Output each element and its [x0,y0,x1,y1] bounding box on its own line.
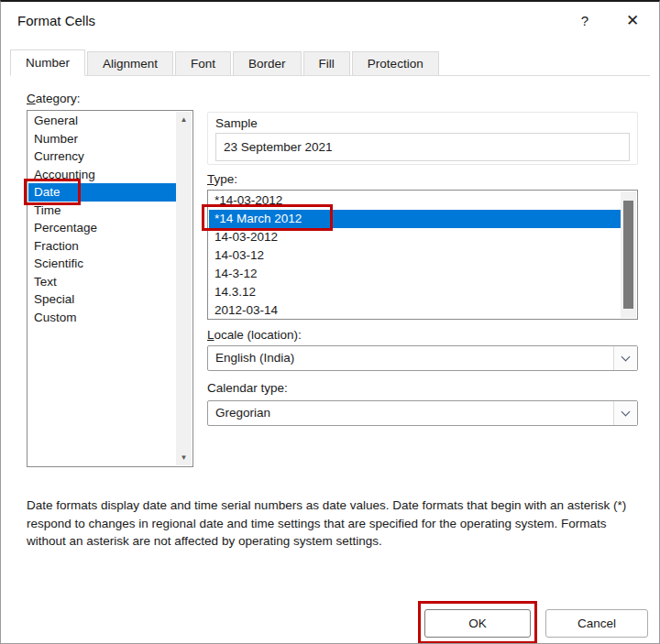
type-list-items: *14-03-2012*14 March 201214-03-201214-03… [209,191,621,318]
close-icon[interactable]: ✕ [606,2,659,38]
category-scrollbar[interactable]: ▲ ▼ [176,112,192,465]
locale-label: Locale (location): [207,328,302,342]
list-item[interactable]: *14-03-2012 [209,191,621,210]
sample-value: 23 September 2021 [215,133,630,161]
tab-strip: Number Alignment Font Border Fill Protec… [10,50,650,76]
description-text: Date formats display date and time seria… [27,497,637,551]
scroll-down-icon[interactable]: ▼ [176,450,192,465]
locale-value: English (India) [208,346,613,370]
chevron-down-icon [622,353,631,362]
list-item[interactable]: 14-03-12 [209,246,621,265]
locale-dropdown[interactable]: English (India) [207,345,638,371]
titlebar-buttons: ? ✕ [564,2,659,38]
help-icon[interactable]: ? [564,2,606,38]
list-item[interactable]: Custom [28,309,176,327]
sample-group: Sample 23 September 2021 [207,112,638,165]
tab-protection[interactable]: Protection [352,51,439,75]
list-item[interactable]: Scientific [28,255,176,273]
type-listbox[interactable]: *14-03-2012*14 March 201214-03-201214-03… [207,190,638,320]
list-item[interactable]: 14-03-2012 [209,228,621,246]
format-cells-dialog: Format Cells ? ✕ Number Alignment Font B… [0,0,660,644]
category-listbox[interactable]: GeneralNumberCurrencyAccountingDateTimeP… [27,110,193,467]
type-label: Type: [207,172,237,186]
ok-button[interactable]: OK [424,609,531,638]
list-item[interactable]: Time [28,202,176,220]
list-item[interactable]: Text [28,273,176,291]
tab-alignment[interactable]: Alignment [87,51,173,75]
title-bar: Format Cells ? ✕ [1,2,659,38]
tab-fill[interactable]: Fill [303,51,350,75]
tab-border[interactable]: Border [233,51,302,75]
list-item[interactable]: Special [28,290,176,309]
list-item[interactable]: 2012-03-14 [209,301,621,318]
calendar-type-value: Gregorian [208,401,613,425]
list-item[interactable]: General [28,112,176,130]
list-item[interactable]: 14-3-12 [209,265,621,283]
scroll-up-icon[interactable]: ▲ [176,112,192,127]
calendar-type-dropdown[interactable]: Gregorian [207,400,638,426]
dialog-title: Format Cells [17,13,95,28]
list-item[interactable]: Accounting [28,166,176,184]
list-item[interactable]: Number [28,130,176,148]
list-item[interactable]: Percentage [28,219,176,237]
tab-font[interactable]: Font [175,51,231,75]
list-item[interactable]: 14.3.12 [209,283,621,301]
type-scrollbar[interactable] [621,191,636,318]
locale-dropdown-button[interactable] [613,346,637,370]
category-label: Category: [27,92,81,105]
chevron-down-icon [622,408,631,417]
sample-label: Sample [215,115,630,131]
list-item[interactable]: Fraction [28,237,176,256]
scrollbar-thumb[interactable] [623,201,633,309]
list-item[interactable]: Date [28,183,176,202]
list-item[interactable]: Currency [28,147,176,166]
calendar-type-label: Calendar type: [207,381,288,395]
list-item[interactable]: *14 March 2012 [209,210,621,228]
tab-number[interactable]: Number [10,49,85,76]
category-list-items: GeneralNumberCurrencyAccountingDateTimeP… [28,112,176,465]
calendar-dropdown-button[interactable] [613,401,637,425]
cancel-button[interactable]: Cancel [545,609,648,638]
